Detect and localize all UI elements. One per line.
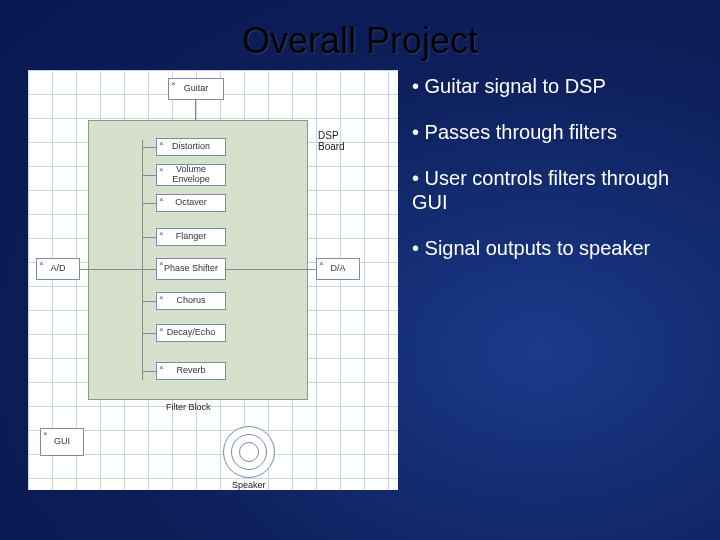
close-icon: × xyxy=(159,364,164,373)
slide-title: Overall Project xyxy=(0,0,720,62)
filter-block-label: Filter Block xyxy=(166,402,211,412)
speaker-ring-inner xyxy=(239,442,259,462)
close-icon: × xyxy=(159,166,164,175)
bullet-item: • Passes through filters xyxy=(412,120,692,144)
filter-flanger: ×Flanger xyxy=(156,228,226,246)
system-diagram: × Guitar DSP Board ×Distortion ×Volume E… xyxy=(28,70,398,490)
connector-line xyxy=(142,301,156,302)
connector-line xyxy=(142,333,156,334)
bullet-item: • User controls filters through GUI xyxy=(412,166,692,214)
connector-line xyxy=(142,175,156,176)
connector-line xyxy=(142,140,143,380)
close-icon: × xyxy=(159,196,164,205)
close-icon: × xyxy=(159,260,164,269)
guitar-block: × Guitar xyxy=(168,78,224,100)
connector-line xyxy=(142,147,156,148)
da-block: × D/A xyxy=(316,258,360,280)
dsp-board-label: DSP Board xyxy=(318,130,345,152)
bullet-item: • Guitar signal to DSP xyxy=(412,74,692,98)
connector-line xyxy=(142,237,156,238)
filter-reverb: ×Reverb xyxy=(156,362,226,380)
connector-line xyxy=(195,100,196,120)
close-icon: × xyxy=(171,80,176,89)
close-icon: × xyxy=(159,140,164,149)
filter-phase-shifter: ×Phase Shifter xyxy=(156,258,226,280)
bullet-list: • Guitar signal to DSP • Passes through … xyxy=(412,70,692,490)
filter-decay-echo: ×Decay/Echo xyxy=(156,324,226,342)
connector-line xyxy=(142,203,156,204)
bullet-item: • Signal outputs to speaker xyxy=(412,236,692,260)
gui-block: × GUI xyxy=(40,428,84,456)
filter-chorus: ×Chorus xyxy=(156,292,226,310)
close-icon: × xyxy=(319,260,324,269)
ad-block: × A/D xyxy=(36,258,80,280)
close-icon: × xyxy=(159,294,164,303)
close-icon: × xyxy=(159,326,164,335)
slide-content: × Guitar DSP Board ×Distortion ×Volume E… xyxy=(0,62,720,490)
connector-line xyxy=(226,269,316,270)
speaker-label: Speaker xyxy=(232,480,266,490)
close-icon: × xyxy=(43,430,48,439)
connector-line xyxy=(142,371,156,372)
filter-distortion: ×Distortion xyxy=(156,138,226,156)
close-icon: × xyxy=(159,230,164,239)
filter-octaver: ×Octaver xyxy=(156,194,226,212)
connector-line xyxy=(80,269,156,270)
filter-volume-envelope: ×Volume Envelope xyxy=(156,164,226,186)
close-icon: × xyxy=(39,260,44,269)
guitar-label: Guitar xyxy=(184,84,209,94)
